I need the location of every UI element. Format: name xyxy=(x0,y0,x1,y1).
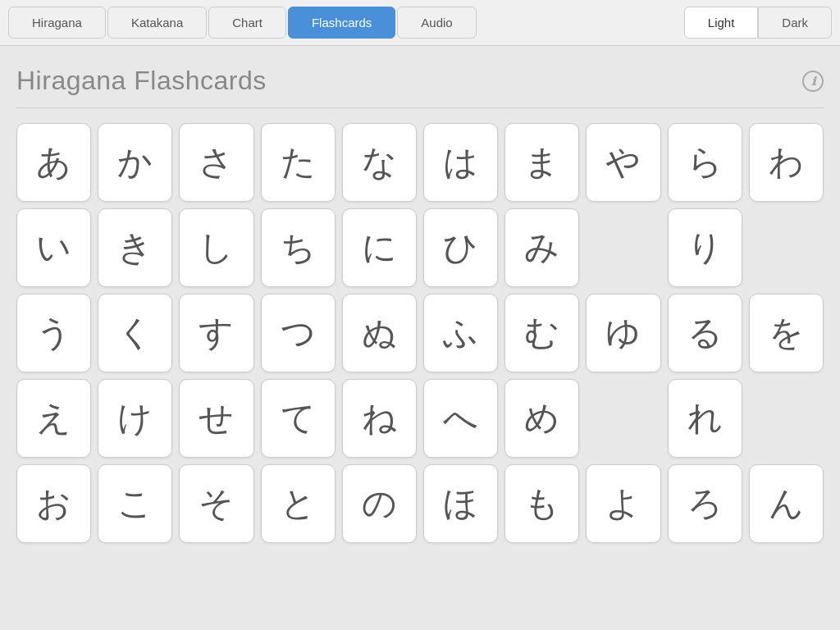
flashcard-さ[interactable]: さ xyxy=(179,123,253,202)
flashcard-ほ[interactable]: ほ xyxy=(423,464,498,543)
tab-audio[interactable]: Audio xyxy=(397,7,476,39)
flashcard-empty-1-9 xyxy=(749,208,824,287)
theme-light-button[interactable]: Light xyxy=(684,7,759,39)
flashcard-と[interactable]: と xyxy=(261,464,336,543)
page-title: Hiragana Flashcards xyxy=(16,66,267,96)
flashcard-わ[interactable]: わ xyxy=(749,123,824,202)
flashcard-く[interactable]: く xyxy=(98,294,172,372)
flashcard-に[interactable]: に xyxy=(342,208,417,287)
tab-chart[interactable]: Chart xyxy=(208,7,286,39)
flashcard-ら[interactable]: ら xyxy=(668,123,742,202)
flashcard-は[interactable]: は xyxy=(423,123,498,202)
tab-hiragana[interactable]: Hiragana xyxy=(8,7,106,39)
flashcard-る[interactable]: る xyxy=(668,294,742,372)
flashcard-つ[interactable]: つ xyxy=(261,294,336,372)
flashcard-め[interactable]: め xyxy=(504,379,579,458)
flashcard-empty-1-7 xyxy=(586,208,660,287)
flashcard-れ[interactable]: れ xyxy=(668,379,742,458)
flashcard-そ[interactable]: そ xyxy=(179,464,253,543)
flashcard-み[interactable]: み xyxy=(504,208,579,287)
flashcard-い[interactable]: い xyxy=(16,208,91,287)
flashcard-せ[interactable]: せ xyxy=(179,379,253,458)
flashcard-ぬ[interactable]: ぬ xyxy=(342,294,417,372)
flashcard-empty-3-9 xyxy=(749,379,824,458)
flashcard-か[interactable]: か xyxy=(98,123,172,202)
flashcard-こ[interactable]: こ xyxy=(98,464,172,543)
flashcard-empty-3-7 xyxy=(586,379,660,458)
flashcard-え[interactable]: え xyxy=(16,379,91,458)
flashcard-も[interactable]: も xyxy=(504,464,579,543)
top-navigation: Hiragana Katakana Chart Flashcards Audio… xyxy=(0,0,840,46)
info-icon[interactable]: ℹ xyxy=(802,71,824,92)
flashcard-ふ[interactable]: ふ xyxy=(423,294,498,372)
flashcard-ひ[interactable]: ひ xyxy=(423,208,498,287)
flashcard-け[interactable]: け xyxy=(98,379,172,458)
flashcard-よ[interactable]: よ xyxy=(586,464,660,543)
flashcard-ま[interactable]: ま xyxy=(504,123,579,202)
flashcard-し[interactable]: し xyxy=(179,208,253,287)
flashcard-ん[interactable]: ん xyxy=(749,464,824,543)
flashcard-き[interactable]: き xyxy=(98,208,172,287)
page-header: Hiragana Flashcards ℹ xyxy=(16,66,824,96)
flashcard-う[interactable]: う xyxy=(16,294,91,372)
flashcard-grid: あかさたなはまやらわいきしちにひみりうくすつぬふむゆるをえけせてねへめれおこそと… xyxy=(16,123,824,543)
header-divider xyxy=(16,107,824,108)
flashcard-な[interactable]: な xyxy=(342,123,417,202)
flashcard-ろ[interactable]: ろ xyxy=(668,464,742,543)
flashcard-り[interactable]: り xyxy=(668,208,742,287)
flashcard-た[interactable]: た xyxy=(261,123,336,202)
flashcard-お[interactable]: お xyxy=(16,464,91,543)
flashcard-を[interactable]: を xyxy=(749,294,824,372)
tab-flashcards[interactable]: Flashcards xyxy=(288,7,395,39)
flashcard-ゆ[interactable]: ゆ xyxy=(586,294,660,372)
tab-katakana[interactable]: Katakana xyxy=(107,7,207,39)
flashcard-て[interactable]: て xyxy=(261,379,336,458)
flashcard-ね[interactable]: ね xyxy=(342,379,417,458)
flashcard-ち[interactable]: ち xyxy=(261,208,336,287)
main-content: Hiragana Flashcards ℹ あかさたなはまやらわいきしちにひみり… xyxy=(0,46,840,559)
flashcard-の[interactable]: の xyxy=(342,464,417,543)
theme-switcher: Light Dark xyxy=(684,7,832,39)
flashcard-へ[interactable]: へ xyxy=(423,379,498,458)
flashcard-や[interactable]: や xyxy=(586,123,660,202)
theme-dark-button[interactable]: Dark xyxy=(758,7,832,39)
flashcard-む[interactable]: む xyxy=(504,294,579,372)
flashcard-す[interactable]: す xyxy=(179,294,253,372)
flashcard-あ[interactable]: あ xyxy=(16,123,91,202)
